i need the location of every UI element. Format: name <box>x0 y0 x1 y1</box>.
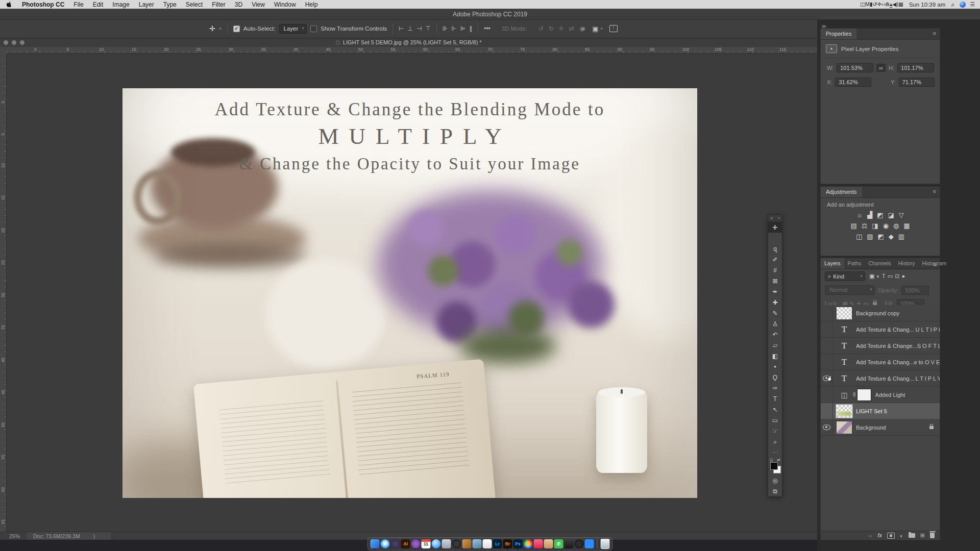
horizontal-ruler[interactable]: 0510152025303540455055606570758085909510… <box>7 47 817 54</box>
menu-item[interactable]: Image <box>108 1 134 8</box>
spotlight-icon[interactable]: ⌕ <box>951 0 954 9</box>
finder[interactable] <box>371 539 380 548</box>
distribute-horizontal-icon[interactable]: ∥ <box>469 25 472 32</box>
foreground-color[interactable] <box>770 462 778 470</box>
clone-stamp-tool[interactable]: ♙ <box>768 318 782 329</box>
imovie[interactable] <box>411 539 421 548</box>
x-field[interactable]: 31.62% <box>835 78 871 87</box>
utility-dark-app[interactable] <box>565 539 574 548</box>
layer-visibility-toggle[interactable] <box>821 321 833 337</box>
layer-visibility-toggle[interactable] <box>821 403 833 419</box>
zoom-level-field[interactable]: 25% <box>0 533 27 539</box>
calendar-icon[interactable]: ▦ <box>898 1 903 7</box>
camera-dark-app[interactable] <box>575 539 584 548</box>
crop-tool[interactable]: # <box>768 265 782 276</box>
minimize-window-button[interactable] <box>12 40 16 45</box>
menu-item[interactable]: Photoshop CC <box>17 1 69 8</box>
layer-name[interactable]: Added Light <box>875 392 905 398</box>
y-field[interactable]: 71.17% <box>899 78 935 87</box>
type-tool[interactable]: T <box>768 393 782 404</box>
black-white-icon[interactable]: ◨ <box>872 222 878 230</box>
layer-visibility-toggle[interactable] <box>821 305 833 321</box>
shape-tool[interactable]: ▭ <box>768 415 782 425</box>
menu-item[interactable]: Type <box>159 1 181 8</box>
healing-brush-tool[interactable]: ✚ <box>768 297 782 308</box>
layer-row[interactable]: T 8 Add Texture & Change...S O F T L I G… <box>821 338 940 354</box>
pen-tool[interactable]: ✑ <box>768 383 782 393</box>
workspace-chevron-icon[interactable]: ∨ <box>600 27 603 31</box>
layer-row[interactable]: T 8 Add Texture & Chang... U L T I P L Y… <box>821 321 940 338</box>
tab-properties[interactable]: Properties <box>821 29 856 39</box>
current-tool-icon[interactable]: ✛ <box>209 24 215 33</box>
edit-toolbar-button[interactable]: ⋯ <box>768 447 782 458</box>
add-mask-icon[interactable] <box>887 533 895 539</box>
layer-name[interactable]: Add Texture & Chang...e to O V E R L A Y <box>856 359 940 365</box>
camera-app[interactable] <box>452 539 461 548</box>
layer-thumbnail[interactable] <box>837 405 852 417</box>
search-icon[interactable]: ⌕ <box>582 24 585 33</box>
screen-record-icon[interactable]: ◫ <box>860 1 865 7</box>
new-group-icon[interactable] <box>909 533 915 538</box>
illustrator[interactable]: Ai <box>401 539 410 548</box>
layer-thumbnail[interactable]: T <box>837 356 852 368</box>
lasso-tool[interactable]: ɋ <box>768 243 782 254</box>
align-right-icon[interactable]: ⊣ <box>416 25 422 32</box>
filter-shape-icon[interactable]: ▭ <box>887 273 894 279</box>
canvas-area[interactable]: PSALM 119 Add Texture & Change the Blend… <box>7 54 817 532</box>
share-icon[interactable]: ↑ <box>609 25 618 32</box>
menu-item[interactable]: 3D <box>230 1 247 8</box>
calendar-app[interactable]: 11 <box>422 539 431 548</box>
gradient-tool[interactable]: ◧ <box>768 350 782 361</box>
whatsapp[interactable]: ✆ <box>554 539 564 548</box>
zoom-app[interactable] <box>585 539 594 548</box>
layers-panel-tab[interactable]: History <box>895 258 919 269</box>
panel-menu-icon[interactable]: ≡ <box>933 260 940 267</box>
move-tool[interactable]: ✛ <box>768 222 782 233</box>
tool-preset-chevron-icon[interactable]: ∨ <box>218 27 222 31</box>
layer-visibility-toggle[interactable] <box>821 338 833 354</box>
layer-visibility-toggle[interactable] <box>821 354 833 370</box>
tab-adjustments[interactable]: Adjustments <box>821 187 862 197</box>
path-selection-tool[interactable]: ↖ <box>768 404 782 415</box>
layers-panel-tab[interactable]: Layers <box>821 258 844 269</box>
chrome[interactable] <box>524 539 533 548</box>
eraser-tool[interactable]: ▱ <box>768 340 782 350</box>
menu-item[interactable]: Filter <box>207 1 230 8</box>
delete-layer-icon[interactable] <box>930 533 935 538</box>
exposure-icon[interactable]: ◪ <box>888 211 894 219</box>
frame-tool[interactable]: ⊠ <box>768 276 782 286</box>
link-layers-icon[interactable]: ∞ <box>868 533 872 539</box>
layer-name[interactable]: Add Texture & Chang... L T I P L Y & Cha <box>856 375 940 382</box>
eyedropper-tool[interactable]: ✒ <box>768 286 782 297</box>
volume-icon[interactable]: ◀) <box>892 1 898 7</box>
app-store[interactable] <box>432 539 441 548</box>
layer-name[interactable]: Add Texture & Change...S O F T L I G H T <box>856 343 940 349</box>
new-layer-icon[interactable]: ⊞ <box>920 532 925 539</box>
align-top-icon[interactable]: ⊤ <box>425 25 430 32</box>
new-adjustment-layer-icon[interactable]: ◐ <box>900 533 903 539</box>
layer-name[interactable]: Background copy <box>856 310 899 316</box>
align-center-icon[interactable]: ⊥ <box>408 25 413 32</box>
layers-panel-tab[interactable]: Channels <box>865 258 894 269</box>
workspace-icon[interactable]: ▣ <box>592 25 598 33</box>
brush-tool[interactable]: ✎ <box>768 308 782 318</box>
layer-thumbnail[interactable]: T <box>837 340 852 352</box>
close-window-button[interactable] <box>4 40 8 45</box>
layer-row[interactable]: 8 LIGHT Set 5 <box>821 403 940 419</box>
time-machine-icon[interactable]: ↺ <box>872 1 877 7</box>
filter-smart-object-icon[interactable]: ⊡ <box>894 273 900 279</box>
menu-item[interactable]: Help <box>301 1 323 8</box>
gradient-map-icon[interactable]: ▥ <box>898 233 904 240</box>
blend-mode-dropdown[interactable]: Normal <box>825 285 875 295</box>
menu-item[interactable]: Window <box>270 1 301 8</box>
levels-icon[interactable]: ▟ <box>867 211 872 219</box>
filter-type-icon[interactable]: T <box>881 273 887 279</box>
layer-thumbnail[interactable] <box>837 421 852 434</box>
panel-menu-icon[interactable]: ≡ <box>933 187 940 197</box>
filter-adjustment-icon[interactable]: ◐ <box>875 273 881 279</box>
swap-colors-icon[interactable]: ⇄ <box>777 458 780 462</box>
menu-item[interactable]: Select <box>181 1 207 8</box>
menu-item[interactable]: View <box>247 1 270 8</box>
layer-name[interactable]: Background <box>856 424 886 431</box>
blur-tool[interactable]: ● <box>768 361 782 372</box>
